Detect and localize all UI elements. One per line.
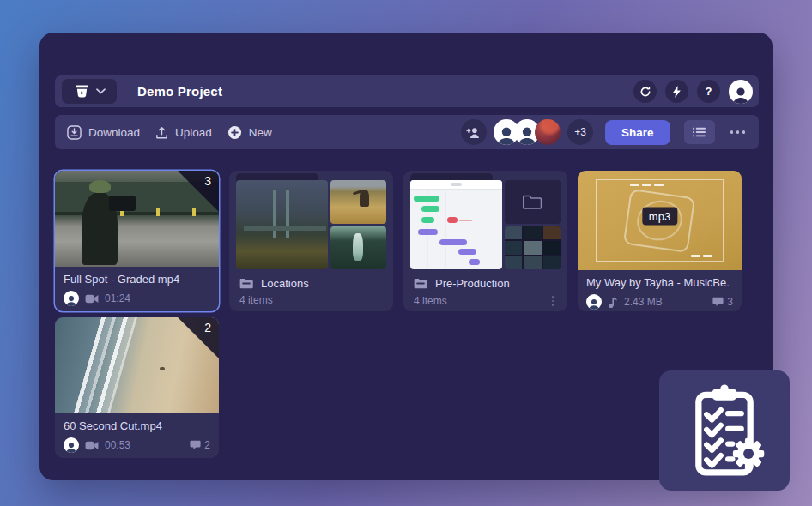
owner-avatar xyxy=(64,437,79,453)
video-thumbnail: 3 xyxy=(55,171,219,267)
download-icon xyxy=(67,125,82,140)
folder-icon xyxy=(414,278,427,289)
items-count: 4 items xyxy=(239,294,273,306)
collaborator-avatar-photo[interactable] xyxy=(535,119,561,145)
waterfall-photo xyxy=(330,226,386,270)
folder-collage xyxy=(236,180,386,269)
desktop-background: Demo Project ? xyxy=(0,0,812,506)
comment-icon xyxy=(712,297,724,307)
asset-title: My Way by Tayha - MusicBe. xyxy=(586,276,733,289)
header-actions: ? xyxy=(633,80,753,104)
upload-button[interactable]: Upload xyxy=(155,125,212,140)
card-body: My Way by Tayha - MusicBe. 2.43 MB 3 xyxy=(578,270,742,311)
header-bar: Demo Project ? xyxy=(55,75,759,107)
plus-circle-icon xyxy=(227,125,242,140)
video-thumbnail: 2 xyxy=(55,317,219,413)
audio-thumbnail: mp3 xyxy=(578,171,742,270)
download-button[interactable]: Download xyxy=(67,125,140,140)
account-avatar[interactable] xyxy=(729,80,753,104)
folder-icon xyxy=(239,278,253,289)
comment-icon xyxy=(190,440,201,450)
asset-card-video[interactable]: 2 60 Second Cut.mp4 00:53 xyxy=(55,317,219,458)
ellipsis-icon xyxy=(730,130,734,134)
folder-collage xyxy=(410,180,561,269)
subfolder-tile xyxy=(505,180,561,224)
duration-label: 00:53 xyxy=(105,439,130,451)
folder-card-locations[interactable]: Locations 4 items xyxy=(229,171,393,311)
new-button[interactable]: New xyxy=(227,125,272,140)
asset-meta: 00:53 2 xyxy=(64,437,210,453)
card-body: Locations 4 items xyxy=(229,274,393,306)
list-view-icon xyxy=(693,127,706,137)
list-view-button[interactable] xyxy=(684,120,715,144)
tasks-overlay-tile[interactable] xyxy=(659,370,790,491)
video-camera-icon xyxy=(85,441,99,450)
asset-meta: 2.43 MB 3 xyxy=(586,294,733,310)
share-button[interactable]: Share xyxy=(605,120,670,145)
comment-count: 3 xyxy=(727,296,733,308)
lightning-icon xyxy=(673,86,681,98)
refresh-icon xyxy=(639,86,651,98)
project-switcher-button[interactable] xyxy=(62,79,117,104)
collaborator-avatars xyxy=(494,119,561,145)
folder-card-pre-production[interactable]: Pre-Production 4 items xyxy=(403,171,567,311)
chevron-down-icon xyxy=(96,88,106,94)
question-icon: ? xyxy=(706,85,712,98)
collaborator-overflow-badge[interactable]: +3 xyxy=(567,119,593,145)
add-collaborator-button[interactable] xyxy=(461,119,487,145)
bridge-photo xyxy=(236,180,328,269)
upload-label: Upload xyxy=(175,126,212,139)
download-label: Download xyxy=(88,126,140,139)
quick-actions-button[interactable] xyxy=(665,80,688,103)
comment-count: 2 xyxy=(204,439,210,451)
photo-grid-thumb xyxy=(505,226,561,270)
comment-count-group: 3 xyxy=(712,296,733,308)
folder-title: Pre-Production xyxy=(435,277,510,290)
owner-avatar xyxy=(64,291,79,306)
help-button[interactable]: ? xyxy=(697,80,720,103)
upload-icon xyxy=(155,125,168,140)
asset-title: 60 Second Cut.mp4 xyxy=(64,419,210,432)
card-body: Full Spot - Graded mp4 01:24 xyxy=(55,267,219,311)
asset-card-video[interactable]: 3 Full Spot - Graded mp4 01:24 xyxy=(55,171,219,311)
duration-label: 01:24 xyxy=(105,292,130,304)
format-badge: mp3 xyxy=(642,208,677,226)
file-size-label: 2.43 MB xyxy=(624,296,663,308)
version-badge: 3 xyxy=(204,174,211,188)
owner-avatar xyxy=(586,294,602,310)
refresh-button[interactable] xyxy=(633,80,657,103)
toolbar-right: +3 Share xyxy=(461,119,750,145)
asset-title: Full Spot - Graded mp4 xyxy=(64,273,210,286)
folder-title: Locations xyxy=(261,277,309,290)
gantt-chart-thumb xyxy=(410,180,502,269)
version-corner-fold xyxy=(178,171,219,212)
card-body: Pre-Production 4 items xyxy=(403,274,567,308)
new-label: New xyxy=(249,126,272,139)
avatar-photo-art xyxy=(535,119,561,145)
more-options-button[interactable] xyxy=(725,125,751,139)
page-title: Demo Project xyxy=(137,84,222,99)
toolbar: Download Upload New xyxy=(55,115,759,149)
video-camera-icon xyxy=(85,294,99,304)
app-logo-icon xyxy=(74,84,90,99)
album-art: mp3 xyxy=(578,171,742,270)
asset-card-audio[interactable]: mp3 My Way by Tayha - MusicBe. 2.43 MB xyxy=(578,171,742,311)
clipboard-gear-icon xyxy=(680,381,769,480)
card-body: 60 Second Cut.mp4 00:53 2 xyxy=(55,413,219,458)
version-badge: 2 xyxy=(204,321,211,334)
asset-meta: 01:24 xyxy=(64,291,210,306)
items-count: 4 items xyxy=(414,295,447,307)
field-photo xyxy=(330,180,386,224)
card-menu-icon[interactable] xyxy=(548,294,558,308)
music-note-icon xyxy=(608,296,618,309)
version-corner-fold xyxy=(178,317,219,358)
comment-count-group: 2 xyxy=(190,439,210,451)
